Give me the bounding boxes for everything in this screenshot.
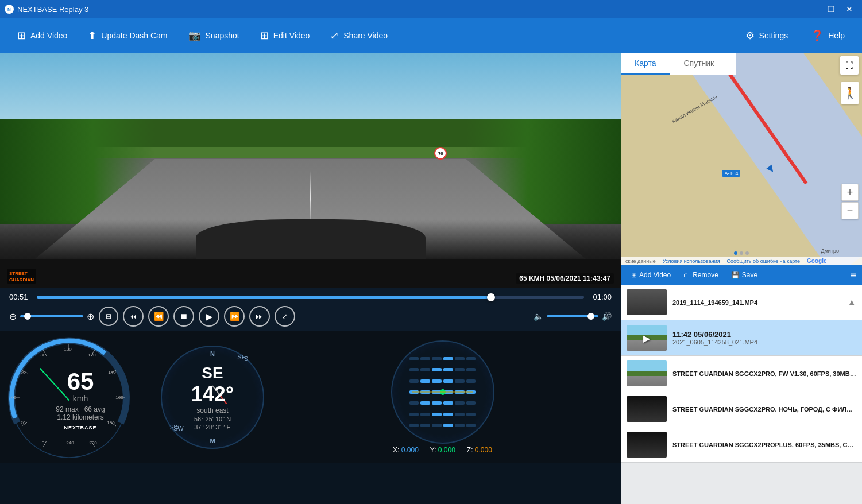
thumb-bg	[627, 396, 667, 422]
playlist-item-active[interactable]: ▶ 11:42 05/06/2021 2021_0605_114258_021.…	[621, 320, 862, 356]
playlist-add-video-button[interactable]: ⊞ Add Video	[627, 269, 675, 281]
snapshot-button[interactable]: 📷 Snapshot	[178, 25, 250, 46]
seg-active	[443, 424, 453, 427]
playlist-item-4[interactable]: STREET GUARDIAN SGGCX2PRO. НОЧЬ, ГОРОД, …	[621, 391, 862, 427]
speedometer: 100 120 140 160 180 200 80 60 40 20 0 24…	[6, 337, 155, 458]
volume-icon: 🔈	[534, 312, 543, 321]
skip-to-end-button[interactable]: ⏭	[249, 306, 270, 327]
playlist-toolbar: ⊞ Add Video 🗀 Remove 💾 Save ≡	[621, 265, 862, 285]
step-back-button[interactable]: ⏪	[148, 306, 169, 327]
help-button[interactable]: ❓ Help	[801, 25, 855, 46]
seg-active	[443, 413, 453, 416]
playlist-info-1: 2019_1114_194659_141.MP4	[672, 299, 841, 306]
map-fullscreen-button[interactable]: ⛶	[840, 56, 859, 75]
right-panel: Канал имени Москвы А-104 ▲ Дмитро Карта …	[621, 53, 862, 504]
close-button[interactable]: ✕	[841, 3, 857, 15]
tab-satellite[interactable]: Спутник	[670, 53, 728, 75]
playlist-item-3[interactable]: STREET GUARDIAN SGGCX2PRO, FW V1.30, 60F…	[621, 356, 862, 391]
fullscreen-video-button[interactable]: ⤢	[275, 306, 295, 327]
svg-text:80: 80	[41, 352, 46, 358]
seg-active	[443, 357, 453, 360]
playlist-menu-button[interactable]: ≡	[850, 269, 856, 281]
zoom-slider[interactable]	[20, 315, 83, 317]
volume-slider[interactable]	[547, 315, 598, 317]
map-person-icon[interactable]: 🚶	[841, 82, 859, 104]
map-footer-report[interactable]: Сообщить об ошибке на карте	[727, 258, 800, 264]
minimize-button[interactable]: —	[805, 3, 821, 15]
video-scene: 70	[0, 53, 621, 288]
seg	[420, 424, 430, 427]
seg	[466, 413, 476, 416]
nextbase-brand: NEXTBASE	[56, 425, 105, 431]
video-display[interactable]: 70 65 KMH 05/06/2021 11:43:47 STREET GUA…	[0, 53, 621, 288]
map-area: Канал имени Москвы А-104 ▲ Дмитро Карта …	[621, 53, 862, 265]
titlebar-left: N NEXTBASE Replay 3	[5, 5, 88, 14]
video-overlay-logo: STREET GUARDIAN	[7, 269, 36, 284]
svg-text:20: 20	[21, 420, 26, 425]
svg-text:40: 40	[11, 395, 17, 400]
seg	[466, 379, 476, 383]
playlist-add-icon: ⊞	[631, 271, 637, 279]
gyro-x-label: X: 0.000	[393, 446, 419, 454]
eq-button[interactable]: ⊟	[99, 307, 118, 326]
add-video-button[interactable]: ⊞ Add Video	[7, 25, 78, 46]
playlist-save-button[interactable]: 💾 Save	[726, 269, 762, 281]
seg-active	[432, 379, 442, 383]
main-content: 70 65 KMH 05/06/2021 11:43:47 STREET GUA…	[0, 53, 862, 504]
svg-text:200: 200	[89, 440, 97, 445]
step-forward-button[interactable]: ⏩	[224, 306, 245, 327]
playlist-thumb-2: ▶	[627, 325, 667, 351]
update-dash-cam-button[interactable]: ⬆ Update Dash Cam	[78, 25, 177, 46]
playlist-filename-1: 2019_1114_194659_141.MP4	[672, 299, 841, 306]
playlist-item-5[interactable]: STREET GUARDIAN SGGCX2PROPLUS, 60FPS, 35…	[621, 427, 862, 463]
skip-to-start-button[interactable]: ⏮	[123, 306, 144, 327]
playlist-item[interactable]: 2019_1114_194659_141.MP4 ▲	[621, 285, 862, 320]
controls-row: ⊖ ⊕ ⊟ ⏮ ⏪ ⏹ ▶ ⏩ ⏭ ⤢ 🔈	[9, 306, 612, 327]
timeline-bar[interactable]	[37, 296, 584, 299]
speed-sign: 70	[434, 147, 447, 160]
time-current: 00:51	[9, 293, 31, 301]
playlist-filename-5: STREET GUARDIAN SGGCX2PROPLUS, 60FPS, 35…	[672, 441, 856, 448]
seg	[432, 424, 442, 427]
timeline-row: 00:51 01:00	[9, 293, 612, 301]
tab-map[interactable]: Карта	[621, 53, 670, 75]
playlist-file-2: 2021_0605_114258_021.MP4	[672, 339, 856, 346]
map-zoom-out-button[interactable]: −	[841, 202, 859, 219]
stop-button[interactable]: ⏹	[173, 306, 194, 327]
speed-max: 92 max	[56, 405, 78, 413]
timeline-thumb	[487, 293, 495, 301]
map-zoom-controls: + −	[841, 184, 859, 219]
compass-label: south east	[191, 406, 234, 414]
svg-text:0: 0	[42, 440, 45, 445]
toolbar: ⊞ Add Video ⬆ Update Dash Cam 📷 Snapshot…	[0, 18, 862, 53]
guardian-text: GUARDIAN	[9, 277, 34, 282]
playlist-remove-button[interactable]: 🗀 Remove	[679, 269, 723, 281]
help-icon: ❓	[811, 29, 824, 42]
compass-degrees: 142°	[191, 382, 234, 406]
compass-sw-indicator: SW	[170, 424, 179, 431]
settings-icon: ⚙	[745, 29, 755, 42]
update-icon: ⬆	[88, 29, 96, 42]
compass-s-indicator: S	[244, 356, 248, 362]
compass-lon: 37° 28′ 31″ E	[191, 424, 234, 431]
gyro-z-value: 0.000	[475, 446, 492, 454]
compass-panel: N M SE SW S SW SE 142° sou	[155, 337, 270, 458]
edit-video-button[interactable]: ⊞ Edit Video	[250, 25, 320, 46]
thumb-play-icon: ▶	[643, 332, 650, 343]
app-title: NEXTBASE Replay 3	[17, 5, 88, 14]
svg-text:240: 240	[66, 440, 74, 445]
play-button[interactable]: ▶	[199, 306, 219, 327]
seg	[455, 424, 465, 427]
compass-south: M	[210, 437, 215, 444]
zoom-out-icon: ⊖	[9, 311, 17, 322]
gyro-circle	[391, 340, 494, 444]
map-zoom-in-button[interactable]: +	[841, 184, 859, 201]
seg	[409, 413, 419, 416]
speed-unit: kmh	[56, 394, 105, 403]
compass-circle: N M SE SW S SW SE 142° sou	[161, 346, 264, 449]
share-video-button[interactable]: ⤢ Share Video	[320, 25, 398, 46]
settings-button[interactable]: ⚙ Settings	[735, 25, 799, 46]
restore-button[interactable]: ❐	[823, 3, 839, 15]
player-controls: 00:51 01:00 ⊖ ⊕ ⊟ ⏮	[0, 288, 621, 331]
map-footer-terms[interactable]: Условия использования	[663, 258, 720, 264]
